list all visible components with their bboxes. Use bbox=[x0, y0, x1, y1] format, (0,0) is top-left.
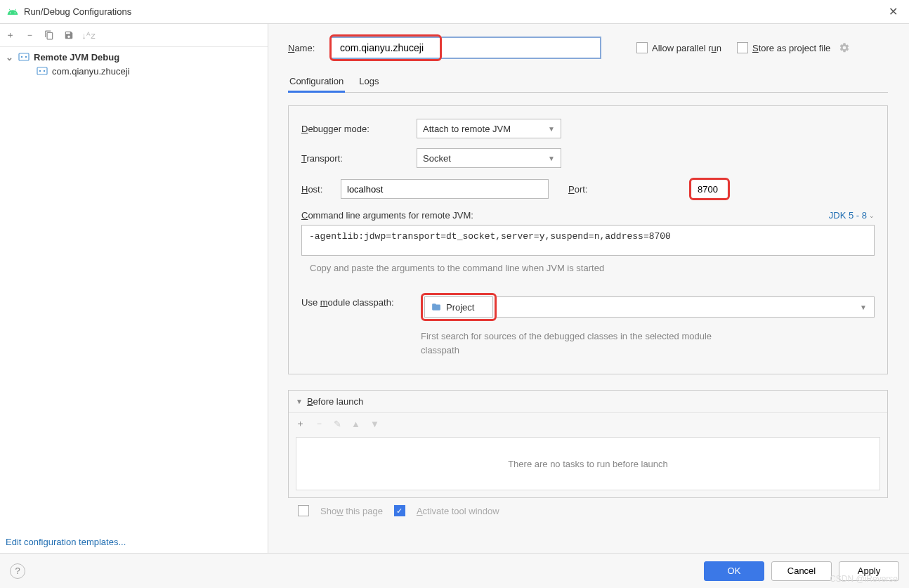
remove-icon[interactable]: － bbox=[24, 30, 35, 41]
transport-label: Transport: bbox=[301, 153, 417, 164]
tree-item-label: com.qianyu.zhuceji bbox=[52, 66, 130, 77]
edit-icon: ✎ bbox=[334, 419, 341, 429]
cancel-button[interactable]: Cancel bbox=[771, 561, 832, 581]
remote-debug-icon bbox=[37, 65, 48, 77]
before-launch-header[interactable]: ▼ Before launch bbox=[289, 391, 887, 412]
allow-parallel-checkbox[interactable] bbox=[636, 42, 648, 53]
sidebar: ＋ － ↓ᴬᴢ ⌄ Remote JVM Debug com.qianyu.zh… bbox=[0, 24, 268, 553]
remove-icon: － bbox=[315, 417, 324, 430]
add-icon[interactable]: ＋ bbox=[296, 417, 305, 430]
show-page-checkbox[interactable] bbox=[298, 505, 309, 516]
content-panel: Name: Allow parallel run Store as projec… bbox=[268, 24, 909, 553]
tab-logs[interactable]: Logs bbox=[358, 72, 380, 92]
cmdline-arguments[interactable]: -agentlib:jdwp=transport=dt_socket,serve… bbox=[301, 225, 875, 256]
cmdline-label: Command line arguments for remote JVM: bbox=[301, 210, 473, 221]
name-label: Name: bbox=[288, 43, 330, 53]
config-panel: Debugger mode: Attach to remote JVM ▼ Tr… bbox=[288, 105, 888, 374]
name-row: Name: Allow parallel run Store as projec… bbox=[288, 37, 888, 59]
titlebar: Run/Debug Configurations ✕ bbox=[0, 0, 909, 24]
module-classpath-label: Use module classpath: bbox=[301, 293, 421, 308]
tab-configuration[interactable]: Configuration bbox=[288, 72, 345, 93]
sort-icon[interactable]: ↓ᴬᴢ bbox=[83, 30, 94, 41]
module-classpath-select[interactable]: Project bbox=[424, 296, 493, 318]
footer: ? OK Cancel Apply bbox=[0, 553, 909, 588]
up-icon: ▲ bbox=[351, 419, 360, 429]
host-label: Host: bbox=[301, 184, 341, 195]
debugger-mode-value: Attach to remote JVM bbox=[423, 124, 511, 134]
apply-button[interactable]: Apply bbox=[839, 561, 899, 581]
name-input[interactable] bbox=[333, 38, 438, 58]
tree-root-remote-jvm[interactable]: ⌄ Remote JVM Debug bbox=[0, 50, 268, 64]
svg-rect-3 bbox=[37, 67, 47, 74]
chevron-down-icon: ⌄ bbox=[6, 52, 14, 63]
show-page-label: Show this page bbox=[320, 506, 383, 516]
gear-icon[interactable] bbox=[839, 42, 850, 53]
edit-templates-link[interactable]: Edit configuration templates... bbox=[0, 531, 268, 553]
chevron-down-icon: ▼ bbox=[548, 155, 555, 162]
before-launch-toolbar: ＋ － ✎ ▲ ▼ bbox=[289, 412, 887, 434]
bottom-checks: Show this page ✓ Activate tool window bbox=[288, 498, 888, 516]
save-icon[interactable] bbox=[63, 30, 74, 41]
close-icon[interactable]: ✕ bbox=[884, 5, 902, 18]
transport-select[interactable]: Socket ▼ bbox=[417, 148, 561, 168]
svg-point-1 bbox=[21, 56, 22, 58]
svg-point-2 bbox=[25, 56, 27, 58]
activate-window-label: Activate tool window bbox=[417, 506, 499, 516]
window-title: Run/Debug Configurations bbox=[24, 6, 884, 17]
debugger-mode-select[interactable]: Attach to remote JVM ▼ bbox=[417, 119, 561, 138]
module-hint: First search for sources of the debugged… bbox=[421, 329, 730, 357]
chevron-down-icon: ▼ bbox=[296, 398, 303, 405]
port-input[interactable] bbox=[692, 181, 727, 197]
allow-parallel-label: Allow parallel run bbox=[652, 43, 721, 53]
ok-button[interactable]: OK bbox=[704, 561, 764, 581]
tree-item-config[interactable]: com.qianyu.zhuceji bbox=[0, 64, 268, 78]
debugger-mode-label: Debugger mode: bbox=[301, 124, 417, 134]
store-project-checkbox[interactable] bbox=[737, 42, 748, 53]
before-launch-panel: ▼ Before launch ＋ － ✎ ▲ ▼ There are no t… bbox=[288, 390, 888, 498]
before-launch-empty: There are no tasks to run before launch bbox=[296, 437, 880, 490]
copy-icon[interactable] bbox=[44, 30, 55, 41]
sidebar-toolbar: ＋ － ↓ᴬᴢ bbox=[0, 24, 268, 47]
activate-window-checkbox[interactable]: ✓ bbox=[394, 505, 405, 516]
module-classpath-select-extend[interactable]: ▼ bbox=[497, 296, 875, 318]
help-icon[interactable]: ? bbox=[10, 563, 25, 579]
config-tree: ⌄ Remote JVM Debug com.qianyu.zhuceji bbox=[0, 47, 268, 531]
store-project-label: Store as project file bbox=[752, 43, 830, 53]
tree-root-label: Remote JVM Debug bbox=[34, 52, 119, 63]
folder-icon bbox=[431, 302, 442, 312]
remote-debug-icon bbox=[18, 51, 30, 63]
cmdline-hint: Copy and paste the arguments to the comm… bbox=[301, 263, 875, 273]
module-value: Project bbox=[446, 302, 474, 313]
host-input[interactable] bbox=[341, 179, 549, 199]
tabs: Configuration Logs bbox=[288, 72, 888, 93]
svg-rect-0 bbox=[19, 53, 29, 60]
chevron-down-icon: ▼ bbox=[860, 303, 867, 311]
chevron-down-icon: ⌄ bbox=[869, 212, 875, 219]
android-icon bbox=[7, 6, 18, 18]
chevron-down-icon: ▼ bbox=[548, 125, 555, 133]
add-icon[interactable]: ＋ bbox=[4, 30, 15, 41]
jdk-version-link[interactable]: JDK 5 - 8⌄ bbox=[829, 210, 875, 221]
port-label: Port: bbox=[568, 184, 684, 195]
transport-value: Socket bbox=[423, 153, 451, 164]
down-icon: ▼ bbox=[370, 419, 379, 429]
svg-point-4 bbox=[39, 70, 41, 72]
svg-point-5 bbox=[44, 70, 45, 72]
before-launch-title: Before launch bbox=[307, 396, 363, 407]
